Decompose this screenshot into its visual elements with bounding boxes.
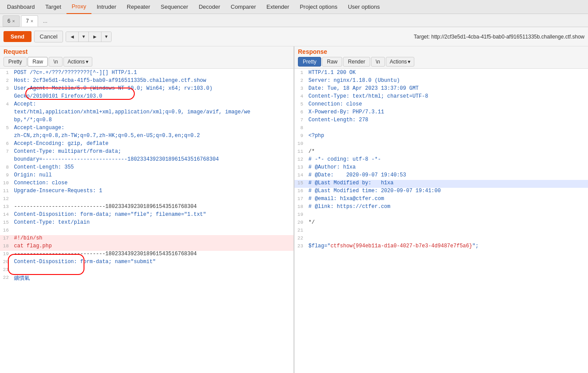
nav-dashboard[interactable]: Dashboard [2,0,40,14]
line-num: 13 [0,204,12,211]
cancel-button[interactable]: Cancel [34,31,63,42]
line-num: 9 [294,133,307,141]
tab-7-close[interactable]: × [31,18,33,24]
line-content [12,196,294,204]
table-row: 10 [294,141,588,148]
line-content [307,235,588,243]
table-row: 7 Content-Length: 278 [294,117,588,125]
line-content: Upgrade-Insecure-Requests: 1 [12,188,294,196]
response-tab-render[interactable]: Render [343,57,370,67]
line-num: 19 [294,211,307,219]
line-content: Content-Type: text/html; charset=UTF-8 [307,93,588,101]
table-row: 4 Content-Type: text/html; charset=UTF-8 [294,93,588,101]
nav-sequencer[interactable]: Sequencer [155,0,193,14]
line-content: Gecko/20100101 Firefox/103.0 [12,93,294,101]
table-row: 14 # @Date: 2020-09-07 19:40:53 [294,172,588,180]
line-content: HTTP/1.1 200 OK [307,70,588,77]
line-num: 1 [294,70,307,77]
table-row: 21 [0,267,294,274]
line-num: 3 [294,85,307,93]
line-num: 20 [0,259,12,267]
response-tab-actions[interactable]: Actions ▾ [386,57,414,67]
line-content: 鑛慣氣 [12,274,294,282]
top-nav: Dashboard Target Proxy Intruder Repeater… [0,0,588,14]
line-num: 22 [0,274,12,282]
next-dropdown[interactable]: ▼ [102,32,111,42]
actions-chevron-icon: ▾ [86,59,88,65]
line-num: 18 [0,243,12,251]
request-tab-raw[interactable]: Raw [28,57,48,67]
tabs-row: 6 × 7 × ... [0,14,588,27]
table-row: 22 鑛慣氣 [0,274,294,282]
table-row: 19 -----------------------------18023343… [0,251,294,259]
nav-repeater[interactable]: Repeater [122,0,155,14]
nav-target[interactable]: Target [40,0,66,14]
tab-6-close[interactable]: × [12,18,15,24]
table-row: 12 [0,196,294,204]
line-num: 2 [0,77,12,85]
line-num: 16 [294,188,307,196]
line-num: 15 [294,180,307,188]
table-row: 11 /* [294,148,588,156]
line-content: # @email: h1xa@ctfer.com [307,196,588,204]
response-tab-newline[interactable]: \n [371,57,385,67]
line-num [0,117,12,125]
line-num: 4 [0,101,12,109]
line-content: # -*- coding: utf-8 -*- [307,156,588,164]
line-content: Content-Disposition: form-data; name="fi… [12,211,294,219]
table-row: 13 -----------------------------18023343… [0,204,294,211]
line-num: 21 [0,267,12,274]
tab-7[interactable]: 7 × [21,15,38,27]
prev-dropdown[interactable]: ▼ [79,32,89,42]
table-row: 4 Accept: [0,101,294,109]
line-num: 14 [294,172,307,180]
table-row: 9 <?php [294,133,588,141]
nav-user-options[interactable]: User options [343,0,385,14]
nav-decoder[interactable]: Decoder [193,0,225,14]
nav-comparer[interactable]: Comparer [225,0,261,14]
table-row: 21 [294,227,588,235]
toolbar: Send Cancel ◄ ▼ ► ▼ Target: http://2cf3e… [0,27,588,46]
next-button[interactable]: ► [89,32,102,42]
table-row: 9 Origin: null [0,172,294,180]
table-row: 20 */ [294,219,588,227]
nav-proxy[interactable]: Proxy [66,0,91,14]
send-button[interactable]: Send [4,31,32,42]
line-num: 7 [294,117,307,125]
line-num: 8 [0,164,12,172]
line-content: # @Date: 2020-09-07 19:40:53 [307,172,588,180]
table-row: 16 # @Last Modified time: 2020-09-07 19:… [294,188,588,196]
table-row: 5 Connection: close [294,101,588,109]
nav-extender[interactable]: Extender [261,0,294,14]
main-area: Request Pretty Raw \n Actions ▾ 1 POST /… [0,46,588,373]
target-label: Target: http://2cf3e5d1-4cba-41f5-bab0-a… [414,34,584,40]
request-tab-newline[interactable]: \n [49,57,63,67]
line-num [0,93,12,101]
response-tabs: Pretty Raw Render \n Actions ▾ [298,57,584,67]
table-row: 14 Content-Disposition: form-data; name=… [0,211,294,219]
response-tab-pretty[interactable]: Pretty [298,57,321,67]
line-content: X-Powered-By: PHP/7.3.11 [307,109,588,117]
line-num: 5 [0,125,12,133]
table-row: 13 # @Author: h1xa [294,164,588,172]
request-header: Request Pretty Raw \n Actions ▾ [0,46,294,69]
line-content [12,227,294,235]
tab-6[interactable]: 6 × [3,15,20,27]
response-tab-raw[interactable]: Raw [322,57,342,67]
line-num: 23 [294,243,307,251]
line-content: Connection: close [12,180,294,188]
request-tab-pretty[interactable]: Pretty [4,57,27,67]
table-row: 1 HTTP/1.1 200 OK [294,70,588,77]
table-row: 1 POST /?c=.+/???/????????[^-][] HTTP/1.… [0,70,294,77]
nav-project-options[interactable]: Project options [294,0,343,14]
tab-ellipsis[interactable]: ... [39,15,51,27]
nav-intruder[interactable]: Intruder [91,0,122,14]
line-num: 15 [0,219,12,227]
line-num: 22 [294,235,307,243]
request-panel: Request Pretty Raw \n Actions ▾ 1 POST /… [0,46,294,373]
request-tab-actions[interactable]: Actions ▾ [63,57,92,67]
line-content [307,141,588,148]
prev-button[interactable]: ◄ [66,32,79,42]
line-content: Date: Tue, 18 Apr 2023 13:37:09 GMT [307,85,588,93]
line-num: 12 [294,156,307,164]
